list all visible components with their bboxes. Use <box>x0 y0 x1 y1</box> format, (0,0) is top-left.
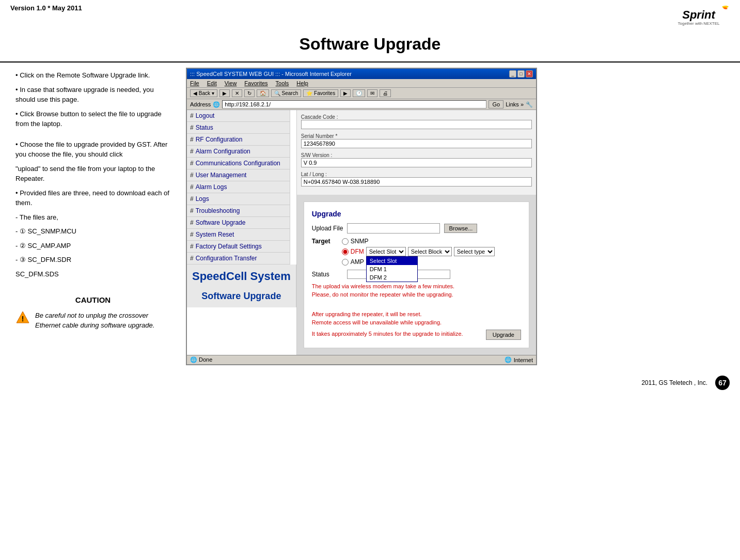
dfm-radio[interactable] <box>342 248 349 255</box>
snmp-radio[interactable] <box>342 238 349 245</box>
history-button[interactable]: 🕐 <box>353 89 365 97</box>
amp-radio[interactable] <box>342 259 349 266</box>
page-footer: 2011, GS Teletech , Inc. 67 <box>0 370 740 395</box>
select-slot-container: Select Slot DFM 1 DFM 2 Select Slot <box>366 247 406 256</box>
favorites-button[interactable]: ⭐ Favorites <box>303 89 338 97</box>
software-upgrade-nav-label: Software Upgrade <box>192 291 291 302</box>
nav-link-user-mgmt[interactable]: User Management <box>196 172 247 179</box>
go-button[interactable]: Go <box>489 100 503 108</box>
upgrade-button[interactable]: Upgrade <box>486 330 521 340</box>
footer-text: 2011, GS Teletech , Inc. <box>641 379 707 386</box>
nav-link-rf-config[interactable]: RF Configuration <box>196 136 243 143</box>
minimize-button[interactable]: _ <box>509 70 516 77</box>
warning-line-5: It takes approximately 5 minutes for the… <box>312 331 463 337</box>
nav-link-logs[interactable]: Logs <box>196 195 209 203</box>
select-slot-dropdown[interactable]: Select Slot DFM 1 DFM 2 <box>366 247 406 256</box>
serial-number-label: Serial Number * <box>301 133 532 139</box>
search-button[interactable]: 🔍 Search <box>271 89 301 97</box>
address-label: Address <box>190 101 211 107</box>
stop-button[interactable]: ✕ <box>232 89 242 97</box>
nav-link-alarm-logs[interactable]: Alarm Logs <box>196 183 227 191</box>
close-button[interactable]: ✕ <box>526 70 533 77</box>
warning-line-1: The upload via wireless modem may take a… <box>312 283 521 289</box>
home-button[interactable]: 🏠 <box>257 89 269 97</box>
status-label: Status <box>312 271 343 278</box>
browser-body: # Logout # Status # RF Configuration # <box>187 110 536 355</box>
menu-tools[interactable]: Tools <box>276 80 289 86</box>
bullet-4: • Choose the file to upgrade provided by… <box>15 139 170 160</box>
bullet-9: - ② SC_AMP.AMP <box>15 241 170 251</box>
nav-item-factory-default: # Factory Default Settings <box>187 241 290 253</box>
status-bar-right: 🌐 Internet <box>505 356 533 363</box>
bullet-6: • Provided files are three, need to down… <box>15 188 170 208</box>
browser-title: ::: SpeedCell SYSTEM WEB GUI ::: - Micro… <box>190 71 352 77</box>
back-button[interactable]: ◀ Back ▾ <box>190 89 217 97</box>
nav-item-sw-upgrade: # Software Upgrade <box>187 217 290 229</box>
media-button[interactable]: ▶ <box>340 89 351 97</box>
header: Version 1.0 * May 2011 Sprint Together w… <box>0 0 740 29</box>
sw-version-label: S/W Version : <box>301 152 532 158</box>
browse-button[interactable]: Browse... <box>444 224 477 233</box>
nav-column: # Logout # Status # RF Configuration # <box>187 110 297 355</box>
refresh-button[interactable]: ↻ <box>244 89 255 97</box>
sw-version-input[interactable] <box>301 158 532 167</box>
forward-button[interactable]: ▶ <box>219 89 230 97</box>
upgrade-container: Upgrade Upload File Browse... Target <box>297 195 536 355</box>
menu-help[interactable]: Help <box>296 80 308 86</box>
warning-line-2: Please, do not monitor the repeater whil… <box>312 291 521 298</box>
nav-item-rf-config: # RF Configuration <box>187 134 290 146</box>
slot-option-dfm2[interactable]: DFM 2 <box>367 273 417 282</box>
links-label: Links » <box>506 101 524 107</box>
speedcell-logo: SpeedCell System Software Upgrade <box>187 265 296 307</box>
snmp-label: SNMP <box>351 238 369 245</box>
nav-link-factory-default[interactable]: Factory Default Settings <box>196 243 262 250</box>
upload-file-input[interactable] <box>347 223 440 234</box>
cascade-code-label: Cascade Code : <box>301 114 532 120</box>
nav-link-comm-config[interactable]: Communications Configuration <box>196 160 280 167</box>
slot-option-select[interactable]: Select Slot <box>367 257 417 265</box>
bullet-11: SC_DFM.SDS <box>15 269 170 279</box>
nav-link-sw-upgrade[interactable]: Software Upgrade <box>196 219 246 226</box>
lat-long-field: Lat / Long : <box>301 172 532 186</box>
menu-edit[interactable]: Edit <box>207 80 217 86</box>
print-button[interactable]: 🖨 <box>380 89 391 97</box>
nav-link-config-transfer[interactable]: Configuration Transfer <box>196 255 257 262</box>
upgrade-title: Upgrade <box>312 210 521 218</box>
maximize-button[interactable]: □ <box>517 70 525 77</box>
speedcell-title: SpeedCell System <box>192 270 291 283</box>
mail-button[interactable]: ✉ <box>367 89 377 97</box>
browser-toolbar: ◀ Back ▾ ▶ ✕ ↻ 🏠 🔍 Search ⭐ Favorites ▶ … <box>187 88 536 99</box>
content-column: Cascade Code : Serial Number * S/W Versi… <box>297 110 536 355</box>
bullet-2: • In case that software upgrade is neede… <box>15 85 170 105</box>
menu-file[interactable]: File <box>190 80 199 86</box>
select-block-dropdown[interactable]: Select Block <box>408 247 452 256</box>
internet-text: Internet <box>514 357 533 363</box>
serial-number-input[interactable] <box>301 139 532 148</box>
serial-number-field: Serial Number * <box>301 133 532 148</box>
menu-favorites[interactable]: Favorites <box>244 80 267 86</box>
nav-item-troubleshooting: # Troubleshooting <box>187 205 290 217</box>
cascade-code-input[interactable] <box>301 120 532 129</box>
sprint-logo: Sprint Together with NEXTEL <box>668 4 730 27</box>
bullet-5: "upload" to send the file from your lapt… <box>15 164 170 184</box>
nav-link-logout[interactable]: Logout <box>196 112 215 119</box>
nav-link-status[interactable]: Status <box>196 124 213 131</box>
address-input[interactable] <box>222 100 486 108</box>
slot-option-dfm1[interactable]: DFM 1 <box>367 265 417 273</box>
upload-file-row: Upload File Browse... <box>312 223 521 234</box>
nav-link-system-reset[interactable]: System Reset <box>196 231 234 238</box>
nav-link-troubleshooting[interactable]: Troubleshooting <box>196 207 240 214</box>
caution-content: ! Be careful not to unplug the crossover… <box>15 310 170 335</box>
status-bar: 🌐 Done 🌐 Internet <box>187 355 536 364</box>
page-number: 67 <box>715 376 730 390</box>
lat-long-input[interactable] <box>301 177 532 186</box>
globe-status-icon: 🌐 <box>190 356 197 363</box>
select-type-dropdown[interactable]: Select type <box>454 247 495 256</box>
svg-text:Together with NEXTEL: Together with NEXTEL <box>678 21 720 26</box>
svg-text:Sprint: Sprint <box>682 8 716 21</box>
menu-view[interactable]: View <box>225 80 237 86</box>
nav-link-alarm-config[interactable]: Alarm Configuration <box>196 148 250 155</box>
svg-text:!: ! <box>22 315 24 323</box>
warning-section: The upload via wireless modem may take a… <box>312 283 521 340</box>
info-panel: Cascade Code : Serial Number * S/W Versi… <box>297 110 536 195</box>
